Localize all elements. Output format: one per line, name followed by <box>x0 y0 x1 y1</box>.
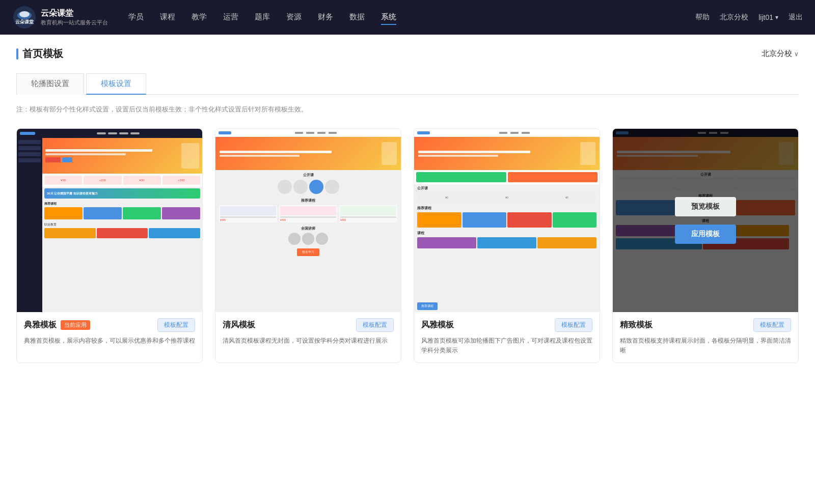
page-title-bar <box>16 48 18 60</box>
svg-text:云朵课堂: 云朵课堂 <box>15 19 34 24</box>
template-desc-1: 典雅首页模板，展示内容较多，可以展示优惠券和多个推荐课程 <box>24 336 195 346</box>
nav-item-courses[interactable]: 课程 <box>160 10 175 25</box>
branch-selector[interactable]: 北京分校 <box>762 49 799 59</box>
nav-item-system[interactable]: 系统 <box>381 10 396 25</box>
preview-mock-3: 公开课 ¥0 ¥0 ¥0 推荐课程 <box>414 129 600 312</box>
template-grid: ¥30 +200 ¥30 +200 30天 让你摆脱平庸 知识便你更有魅力 <box>16 128 799 363</box>
config-btn-3[interactable]: 模板配置 <box>555 318 592 332</box>
template-overlay-jingzhi: 预览模板 应用模板 <box>613 129 798 312</box>
nav-item-operations[interactable]: 运营 <box>223 10 238 25</box>
template-name-row-4: 精致模板 模板配置 <box>620 318 791 332</box>
page-header: 首页模板 北京分校 <box>16 47 799 61</box>
nav-item-resources[interactable]: 资源 <box>286 10 302 25</box>
page-title: 首页模板 <box>22 47 63 61</box>
template-info-jingzhi: 精致模板 模板配置 精致首页模板支持课程展示封面，各模板分隔明显，界面简洁清晰 <box>613 312 798 362</box>
template-name-row-1: 典雅模板 当前应用 模板配置 <box>24 318 195 332</box>
template-name-row-3: 风雅模板 模板配置 <box>421 318 592 332</box>
template-card-fengya: 公开课 ¥0 ¥0 ¥0 推荐课程 <box>414 128 600 363</box>
template-name-3: 风雅模板 <box>421 320 454 330</box>
preview-mock-2: 公开课 推荐课程 <box>215 129 401 312</box>
page-content: 首页模板 北京分校 轮播图设置 模板设置 注：模板有部分个性化样式设置，设置后仅… <box>0 35 815 504</box>
template-desc-2: 清风首页模板课程无封面，可设置按学科分类对课程进行展示 <box>223 336 394 346</box>
tab-carousel[interactable]: 轮播图设置 <box>16 73 84 95</box>
navbar: 云朵课堂 云朵课堂 教育机构一站式服务云平台 学员 课程 教学 运营 题库 资源… <box>0 0 815 35</box>
template-info-qingfeng: 清风模板 模板配置 清风首页模板课程无封面，可设置按学科分类对课程进行展示 <box>215 312 401 353</box>
logo: 云朵课堂 云朵课堂 教育机构一站式服务云平台 <box>12 5 108 30</box>
template-name-4: 精致模板 <box>620 320 653 330</box>
help-link[interactable]: 帮助 <box>695 13 710 22</box>
nav-item-teaching[interactable]: 教学 <box>192 10 207 25</box>
preview-button[interactable]: 预览模板 <box>675 197 736 216</box>
template-preview-qingfeng: 公开课 推荐课程 <box>215 129 401 312</box>
nav-item-students[interactable]: 学员 <box>128 10 144 25</box>
template-preview-jingzhi: 公开课 推荐课程 <box>613 129 798 312</box>
tabs: 轮播图设置 模板设置 <box>16 73 799 95</box>
svg-point-2 <box>19 11 30 17</box>
logo-main: 云朵课堂 <box>41 8 108 19</box>
nav-item-data[interactable]: 数据 <box>349 10 365 25</box>
config-btn-1[interactable]: 模板配置 <box>157 318 195 332</box>
navbar-right: 帮助 北京分校 lijt01 退出 <box>695 13 803 22</box>
template-card-jingzhi: 公开课 推荐课程 <box>612 128 799 363</box>
nav-item-finance[interactable]: 财务 <box>318 10 333 25</box>
note-text: 注：模板有部分个性化样式设置，设置后仅当前模板生效；非个性化样式设置后针对所有模… <box>16 105 799 114</box>
logo-sub: 教育机构一站式服务云平台 <box>41 19 108 26</box>
tab-template[interactable]: 模板设置 <box>86 73 146 95</box>
branch-name[interactable]: 北京分校 <box>720 13 748 22</box>
config-btn-2[interactable]: 模板配置 <box>356 318 394 332</box>
badge-current-1: 当前应用 <box>61 320 90 330</box>
nav-item-questions[interactable]: 题库 <box>255 10 270 25</box>
template-info-dianyu: 典雅模板 当前应用 模板配置 典雅首页模板，展示内容较多，可以展示优惠券和多个推… <box>17 312 202 353</box>
template-name-2: 清风模板 <box>223 320 255 330</box>
template-preview-dianyu: ¥30 +200 ¥30 +200 30天 让你摆脱平庸 知识便你更有魅力 <box>17 129 202 312</box>
page-title-wrap: 首页模板 <box>16 47 63 61</box>
template-desc-3: 风雅首页模板可添加轮播图下广告图片，可对课程及课程包设置学科分类展示 <box>421 336 592 355</box>
logo-icon: 云朵课堂 <box>12 5 37 30</box>
template-info-fengya: 风雅模板 模板配置 风雅首页模板可添加轮播图下广告图片，可对课程及课程包设置学科… <box>414 312 600 362</box>
template-card-dianyu: ¥30 +200 ¥30 +200 30天 让你摆脱平庸 知识便你更有魅力 <box>16 128 203 363</box>
apply-button[interactable]: 应用模板 <box>675 225 736 244</box>
preview-mock-1: ¥30 +200 ¥30 +200 30天 让你摆脱平庸 知识便你更有魅力 <box>17 129 202 312</box>
user-dropdown[interactable]: lijt01 <box>758 13 778 21</box>
template-name-1: 典雅模板 <box>24 320 57 330</box>
template-preview-fengya: 公开课 ¥0 ¥0 ¥0 推荐课程 <box>414 129 600 312</box>
template-card-qingfeng: 公开课 推荐课程 <box>215 128 401 363</box>
config-btn-4[interactable]: 模板配置 <box>753 318 791 332</box>
template-name-row-2: 清风模板 模板配置 <box>223 318 394 332</box>
navbar-menu: 学员 课程 教学 运营 题库 资源 财务 数据 系统 <box>128 10 695 25</box>
template-desc-4: 精致首页模板支持课程展示封面，各模板分隔明显，界面简洁清晰 <box>620 336 791 355</box>
logout-button[interactable]: 退出 <box>789 13 803 22</box>
